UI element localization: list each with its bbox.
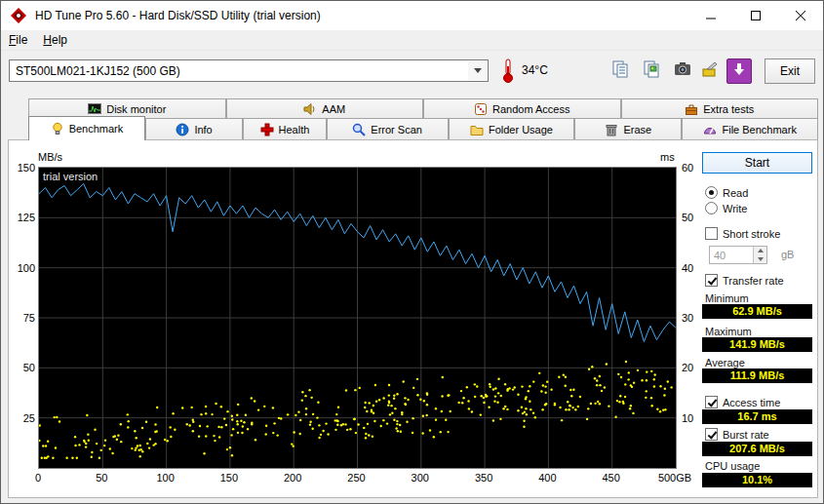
toolbox-icon xyxy=(685,102,698,116)
drive-select-value: ST500LM021-1KJ152 (500 GB) xyxy=(16,64,180,78)
paint-button[interactable] xyxy=(697,58,723,84)
x-axis-ticks: 050100150200250300350400450500GB xyxy=(38,472,701,485)
copy-image-icon xyxy=(642,59,661,83)
access-time-box[interactable] xyxy=(705,396,718,408)
cpu-usage-label: CPU usage xyxy=(705,460,760,472)
left-axis-label: MB/s xyxy=(38,151,62,163)
tab-random-access[interactable]: Random Access xyxy=(423,98,621,118)
transfer-rate-box[interactable] xyxy=(705,274,718,287)
burst-rate-box[interactable] xyxy=(705,428,718,441)
maximum-value: 141.9 MB/s xyxy=(702,337,812,352)
copy-text-button[interactable] xyxy=(608,58,633,84)
thermometer-icon xyxy=(502,58,514,88)
short-stroke-checkbox[interactable]: Short stroke xyxy=(705,227,780,240)
dice-icon xyxy=(474,102,488,116)
red-cross-icon xyxy=(260,123,274,136)
maximum-label: Maximum xyxy=(705,326,752,337)
camera-button[interactable] xyxy=(670,58,695,84)
app-icon xyxy=(10,7,27,24)
burst-rate-value: 207.6 MB/s xyxy=(702,442,812,456)
temperature-value: 34°C xyxy=(522,63,548,77)
magnifier-icon xyxy=(352,123,366,136)
read-radio[interactable]: Read xyxy=(705,186,748,199)
window-title: HD Tune Pro 5.60 - Hard Disk/SSD Utility… xyxy=(35,9,321,22)
tab-row-primary: Benchmark Info Health Error Scan Folder … xyxy=(28,118,818,140)
trial-watermark: trial version xyxy=(43,171,98,182)
toolbar: ST500LM021-1KJ152 (500 GB) 34°C xyxy=(1,52,823,90)
titlebar: HD Tune Pro 5.60 - Hard Disk/SSD Utility… xyxy=(1,1,823,30)
window-controls xyxy=(688,1,823,30)
hd-tune-window: HD Tune Pro 5.60 - Hard Disk/SSD Utility… xyxy=(0,0,824,504)
access-time-value: 16.7 ms xyxy=(702,409,812,424)
exit-button[interactable]: Exit xyxy=(765,58,815,84)
start-button[interactable]: Start xyxy=(702,152,812,174)
access-time-checkbox[interactable]: Access time xyxy=(705,396,780,408)
menubar: File Help xyxy=(1,30,823,51)
gb-unit-label: gB xyxy=(781,249,794,260)
stepper-up-button[interactable] xyxy=(754,247,766,255)
download-icon xyxy=(732,62,746,80)
tab-error-scan[interactable]: Error Scan xyxy=(327,118,449,140)
transfer-rate-checkbox[interactable]: Transfer rate xyxy=(705,274,784,287)
tab-extra-tests[interactable]: Extra tests xyxy=(621,98,819,118)
write-radio-circle[interactable] xyxy=(705,202,718,214)
speaker-icon xyxy=(303,102,317,116)
copy-text-icon xyxy=(610,59,630,83)
drive-select[interactable]: ST500LM021-1KJ152 (500 GB) xyxy=(9,59,489,82)
average-label: Average xyxy=(705,357,745,368)
tab-benchmark[interactable]: Benchmark xyxy=(28,116,145,140)
tab-file-benchmark[interactable]: File Benchmark xyxy=(682,118,818,140)
tab-disk-monitor[interactable]: Disk monitor xyxy=(28,98,226,118)
chart-canvas xyxy=(39,168,676,468)
minimize-button[interactable] xyxy=(688,1,733,30)
average-value: 111.9 MB/s xyxy=(702,368,812,383)
short-stroke-input[interactable] xyxy=(710,247,753,263)
right-axis-label: ms xyxy=(660,151,675,163)
info-icon xyxy=(176,123,189,136)
maximize-button[interactable] xyxy=(733,1,778,30)
disk-monitor-icon xyxy=(88,102,101,116)
cpu-usage-value: 10.1% xyxy=(702,473,812,487)
benchmark-chart: trial version xyxy=(38,167,677,469)
minimum-value: 62.9 MB/s xyxy=(702,304,812,319)
gauge-icon xyxy=(703,123,717,136)
short-stroke-box[interactable] xyxy=(705,227,718,240)
tab-aam[interactable]: AAM xyxy=(226,98,424,118)
tab-health[interactable]: Health xyxy=(243,118,327,140)
copy-image-button[interactable] xyxy=(639,58,664,84)
download-button[interactable] xyxy=(726,58,752,84)
short-stroke-stepper[interactable] xyxy=(709,246,767,264)
burst-rate-checkbox[interactable]: Burst rate xyxy=(705,428,769,441)
trash-icon xyxy=(605,123,618,136)
chevron-down-icon xyxy=(468,61,487,80)
minimum-label: Minimum xyxy=(705,292,749,304)
close-button[interactable] xyxy=(778,1,823,30)
stepper-down-button[interactable] xyxy=(754,255,766,264)
tab-erase[interactable]: Erase xyxy=(574,118,682,140)
menu-file[interactable]: File xyxy=(1,30,35,50)
write-radio[interactable]: Write xyxy=(705,202,747,214)
tab-info[interactable]: Info xyxy=(145,118,243,140)
tab-row-secondary: Disk monitor AAM Random Access Extra tes… xyxy=(28,98,818,118)
folder-icon xyxy=(470,123,484,136)
tab-folder-usage[interactable]: Folder Usage xyxy=(449,118,575,140)
camera-icon xyxy=(673,59,692,83)
paint-icon xyxy=(700,59,720,83)
read-radio-circle[interactable] xyxy=(705,186,718,199)
menu-help[interactable]: Help xyxy=(35,30,75,50)
bulb-icon xyxy=(51,122,64,136)
benchmark-page: MB/s ms trial version 150125100755025 60… xyxy=(8,139,818,498)
left-axis-ticks: 150125100755025 xyxy=(11,167,35,469)
